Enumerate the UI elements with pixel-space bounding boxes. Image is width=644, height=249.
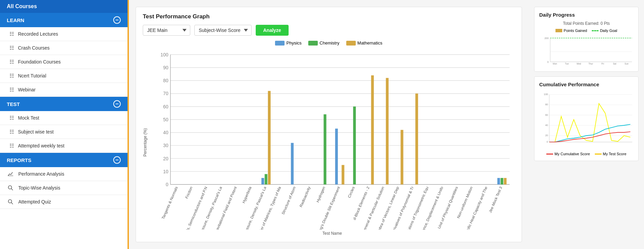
svg-rect-63: [497, 178, 500, 184]
dp-goal-dash: [592, 30, 599, 31]
dp-legend-goal: Daily Goal: [592, 29, 617, 33]
sidebar-item-attempted-quiz[interactable]: Attempted Quiz: [0, 195, 128, 209]
daily-progress-card: Daily Progress Total Points Earned: 0 Pt…: [534, 7, 639, 72]
svg-line-4: [11, 202, 13, 204]
svg-rect-45: [335, 129, 338, 184]
sidebar-item-performance-analysis[interactable]: Performance Analysis: [0, 167, 128, 181]
svg-rect-64: [501, 178, 503, 184]
cumulative-title: Cumulative Performance: [539, 82, 633, 87]
chart-title: Test Performance Graph: [143, 13, 515, 20]
svg-text:Tangents & Normals: Tangents & Normals: [161, 186, 179, 220]
svg-text:Sun: Sun: [625, 63, 629, 65]
svg-text:80: 80: [545, 103, 548, 106]
svg-rect-50: [371, 75, 374, 184]
sidebar-item-subject-wise-test[interactable]: ☷ Subject wise test: [0, 125, 128, 139]
svg-text:Mon: Mon: [553, 63, 557, 65]
sidebar-section-learn[interactable]: LEARN −: [0, 13, 128, 27]
sidebar: All Courses LEARN − ☷ Recorded Lectures …: [0, 0, 129, 249]
sidebar-all-courses[interactable]: All Courses: [0, 0, 128, 13]
mathematics-label: Mathematics: [357, 40, 383, 46]
cum-test-color: [595, 154, 602, 155]
dp-points-label: Points Gained: [564, 29, 587, 33]
sidebar-item-topic-wise-analysis[interactable]: Topic-Wise Analysis: [0, 181, 128, 195]
svg-rect-48: [353, 107, 356, 184]
svg-rect-0: [8, 176, 13, 176]
svg-text:Structure of Atom: Structure of Atom: [281, 186, 296, 215]
reports-label: REPORTS: [7, 157, 32, 163]
sidebar-section-reports[interactable]: REPORTS −: [0, 153, 128, 167]
svg-rect-46: [341, 165, 344, 184]
sidebar-item-foundation-courses[interactable]: ☷ Foundation Courses: [0, 55, 128, 69]
right-panel: Daily Progress Total Points Earned: 0 Pt…: [529, 0, 644, 249]
dp-goal-label: Daily Goal: [600, 29, 617, 33]
learn-label: LEARN: [7, 17, 24, 23]
sidebar-item-label: Performance Analysis: [18, 171, 64, 177]
doc-icon: ☷: [9, 129, 14, 135]
search-icon: [7, 185, 14, 191]
cumulative-chart: 100 80 60 40 20 0: [539, 91, 633, 148]
search-icon: [7, 199, 14, 205]
sidebar-item-label: Webinar: [18, 87, 36, 92]
mathematics-color: [346, 41, 356, 46]
svg-text:200: 200: [544, 37, 548, 40]
reports-toggle-icon: −: [113, 156, 121, 164]
sidebar-item-webinar[interactable]: ☷ Webinar: [0, 83, 128, 97]
daily-progress-chart: 200 0 Mon Tue Wed Thur Fri Sat Sun: [539, 35, 633, 65]
sidebar-section-test[interactable]: TEST −: [0, 97, 128, 111]
test-performance-panel: Test Performance Graph JEE Main Subject-…: [136, 7, 522, 242]
dp-points-color: [555, 29, 562, 32]
svg-text:Circles: Circles: [347, 186, 355, 199]
sidebar-item-mock-test[interactable]: ☷ Mock Test: [0, 111, 128, 125]
cum-legend-test: My Test Score: [595, 152, 627, 156]
svg-rect-43: [324, 114, 326, 184]
cum-test-label: My Test Score: [603, 152, 627, 156]
test-toggle-icon: −: [113, 100, 121, 108]
svg-rect-35: [261, 178, 264, 184]
svg-text:Wed: Wed: [577, 63, 581, 65]
sidebar-item-label: Crash Courses: [18, 45, 50, 51]
svg-text:0: 0: [547, 140, 548, 143]
sidebar-item-label: Foundation Courses: [18, 59, 61, 65]
svg-text:50: 50: [163, 117, 168, 122]
svg-rect-54: [401, 130, 403, 184]
x-axis-label: Test Name: [150, 231, 515, 236]
svg-text:20: 20: [163, 156, 168, 161]
analyze-button[interactable]: Analyze: [256, 25, 289, 36]
cum-cumulative-label: My Cumulative Score: [554, 152, 590, 156]
svg-text:20: 20: [545, 134, 548, 137]
svg-rect-37: [268, 91, 271, 184]
svg-text:0: 0: [547, 60, 549, 64]
svg-line-2: [11, 189, 13, 190]
total-points-label: Total Points Earned: 0 Pts: [539, 21, 633, 26]
sidebar-item-recorded-lectures[interactable]: ☷ Recorded Lectures: [0, 27, 128, 41]
svg-text:60: 60: [163, 104, 168, 109]
main-content: Test Performance Graph JEE Main Subject-…: [129, 0, 529, 249]
sidebar-item-label: Topic-Wise Analysis: [18, 185, 60, 191]
sidebar-item-ncert-tutorial[interactable]: ☷ Ncert Tutorial: [0, 69, 128, 83]
sidebar-item-label: Subject wise test: [18, 129, 54, 135]
chemistry-label: Chemistry: [319, 40, 339, 46]
svg-text:Radioactivity: Radioactivity: [299, 186, 311, 208]
doc-icon: ☷: [9, 143, 14, 149]
score-dropdown[interactable]: Subject-Wise Score: [194, 25, 252, 36]
physics-color: [275, 41, 285, 46]
svg-text:Fri: Fri: [601, 63, 604, 65]
svg-text:90: 90: [163, 65, 168, 70]
sidebar-item-label: Attempted Quiz: [18, 199, 51, 204]
sidebar-item-crash-courses[interactable]: ☷ Crash Courses: [0, 41, 128, 55]
svg-rect-40: [291, 143, 294, 184]
exam-dropdown[interactable]: JEE Main: [143, 25, 190, 36]
sidebar-item-attempted-weekly-test[interactable]: ☷ Attempted weekly test: [0, 139, 128, 153]
doc-icon: ☷: [9, 115, 14, 121]
sidebar-item-label: Attempted weekly test: [18, 143, 64, 148]
svg-text:100: 100: [160, 52, 168, 57]
svg-text:80: 80: [163, 78, 168, 84]
doc-icon: ☷: [9, 87, 14, 93]
dp-legend-points: Points Gained: [555, 29, 587, 33]
svg-text:Jee Mock Test 3: Jee Mock Test 3: [488, 186, 503, 213]
svg-text:40: 40: [545, 124, 548, 127]
cum-legend-cumulative: My Cumulative Score: [546, 152, 590, 156]
physics-label: Physics: [286, 40, 301, 46]
svg-text:40: 40: [163, 130, 168, 136]
svg-rect-52: [386, 78, 389, 184]
